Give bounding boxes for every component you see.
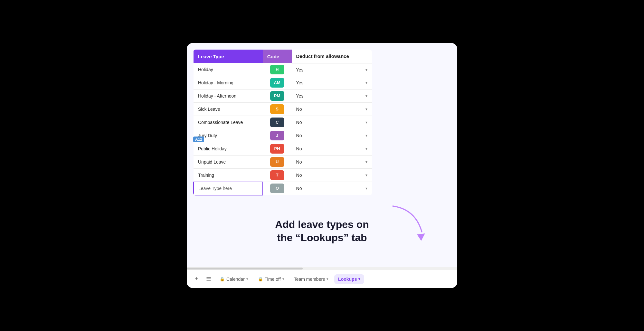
deduct-cell: Yes▾ [292, 90, 372, 103]
deduct-dropdown-arrow[interactable]: ▾ [365, 120, 367, 125]
scrollbar-thumb[interactable] [187, 268, 303, 270]
deduct-cell: No▾ [292, 142, 372, 156]
deduct-value: No [296, 159, 302, 165]
code-badge: PM [270, 91, 284, 101]
table-area: A12 Leave Type Code Deduct from allowanc… [187, 43, 457, 195]
deduct-dropdown-arrow[interactable]: ▾ [365, 107, 367, 111]
deduct-dropdown-arrow[interactable]: ▾ [365, 68, 367, 72]
annotation-line1: Add leave types on [275, 219, 369, 230]
leave-type-cell: Sick Leave [194, 103, 263, 116]
table-row: Compassionate LeaveCNo▾ [194, 116, 372, 129]
col-header-leave-type: Leave Type [194, 50, 263, 63]
leave-type-cell: Holiday - Morning [194, 76, 263, 90]
deduct-cell: Yes▾ [292, 76, 372, 90]
deduct-value: Yes [296, 80, 304, 85]
table-row: Unpaid LeaveUNo▾ [194, 156, 372, 169]
code-cell: PM [263, 90, 292, 103]
code-badge: S [270, 104, 284, 114]
code-cell: H [263, 63, 292, 76]
team-members-chevron: ▾ [327, 277, 328, 281]
deduct-dropdown-arrow[interactable]: ▾ [365, 94, 367, 98]
table-row: Jury DutyJNo▾ [194, 129, 372, 142]
code-badge: O [270, 184, 284, 193]
calendar-chevron: ▾ [246, 277, 248, 281]
table-row: Holiday - AfternoonPMYes▾ [194, 90, 372, 103]
new-leave-type-input[interactable] [198, 186, 258, 191]
code-cell: U [263, 156, 292, 169]
deduct-value: Yes [296, 93, 304, 99]
app-window: A12 Leave Type Code Deduct from allowanc… [187, 43, 457, 288]
calendar-lock-icon: 🔒 [220, 277, 225, 281]
deduct-cell: No▾ [292, 116, 372, 129]
code-badge: H [270, 65, 284, 74]
deduct-dropdown-arrow[interactable]: ▾ [365, 133, 367, 138]
code-badge: AM [270, 78, 284, 88]
leave-type-cell: Compassionate Leave [194, 116, 263, 129]
deduct-cell: No▾ [292, 129, 372, 142]
calendar-label: Calendar [226, 277, 245, 282]
time-off-label: Time off [265, 277, 281, 282]
deduct-value: No [296, 120, 302, 125]
leave-type-cell: Holiday [194, 63, 263, 76]
deduct-dropdown-arrow[interactable]: ▾ [365, 173, 367, 177]
table-row: Public HolidayPHNo▾ [194, 142, 372, 156]
tooltip-badge: A12 [193, 137, 204, 142]
deduct-dropdown-arrow[interactable]: ▾ [365, 160, 367, 164]
annotation-area: Add leave types on the “Lookups” tab [187, 195, 457, 268]
code-badge: PH [270, 144, 284, 154]
deduct-dropdown-arrow[interactable]: ▾ [365, 186, 367, 191]
add-tab-button[interactable]: + [191, 274, 202, 284]
leave-table: Leave Type Code Deduct from allowance Ho… [193, 50, 372, 195]
deduct-cell: No▾ [292, 182, 372, 195]
code-cell: T [263, 169, 292, 182]
table-row: Holiday - MorningAMYes▾ [194, 76, 372, 90]
code-cell: S [263, 103, 292, 116]
code-badge: C [270, 118, 284, 127]
deduct-cell: No▾ [292, 103, 372, 116]
deduct-cell: Yes▾ [292, 63, 372, 76]
leave-type-cell: Unpaid Leave [194, 156, 263, 169]
col-header-deduct: Deduct from allowance [292, 50, 372, 63]
deduct-cell: No▾ [292, 169, 372, 182]
deduct-value: No [296, 133, 302, 138]
main-content: A12 Leave Type Code Deduct from allowanc… [187, 43, 457, 288]
deduct-value: No [296, 107, 302, 112]
table-row: HolidayHYes▾ [194, 63, 372, 76]
code-badge: T [270, 170, 284, 180]
deduct-dropdown-arrow[interactable]: ▾ [365, 80, 367, 85]
leave-type-cell: Holiday - Afternoon [194, 90, 263, 103]
tab-lookups[interactable]: Lookups ▾ [334, 274, 364, 284]
code-cell: J [263, 129, 292, 142]
leave-type-cell: Public Holiday [194, 142, 263, 156]
deduct-value: No [296, 146, 302, 151]
scrollbar-area [187, 267, 457, 270]
time-off-lock-icon: 🔒 [258, 277, 263, 281]
menu-button[interactable]: ☰ [204, 274, 214, 284]
table-row: ONo▾ [194, 182, 372, 195]
leave-type-cell [194, 182, 263, 195]
code-cell: AM [263, 76, 292, 90]
table-row: Sick LeaveSNo▾ [194, 103, 372, 116]
annotation-text: Add leave types on the “Lookups” tab [275, 218, 369, 245]
team-members-label: Team members [294, 277, 325, 282]
svg-marker-0 [417, 233, 425, 241]
menu-icon: ☰ [206, 276, 211, 283]
time-off-chevron: ▾ [282, 277, 284, 281]
deduct-cell: No▾ [292, 156, 372, 169]
code-cell: O [263, 182, 292, 195]
tab-time-off[interactable]: 🔒 Time off ▾ [254, 274, 288, 284]
lookups-chevron: ▾ [358, 277, 360, 281]
deduct-value: Yes [296, 67, 304, 72]
plus-icon: + [195, 276, 198, 282]
arrow-icon [390, 203, 431, 241]
lookups-label: Lookups [338, 277, 357, 282]
deduct-value: No [296, 186, 302, 191]
code-badge: J [270, 131, 284, 140]
tab-team-members[interactable]: Team members ▾ [290, 274, 332, 284]
deduct-value: No [296, 173, 302, 178]
code-cell: PH [263, 142, 292, 156]
deduct-dropdown-arrow[interactable]: ▾ [365, 147, 367, 151]
tab-calendar[interactable]: 🔒 Calendar ▾ [216, 274, 252, 284]
col-header-code: Code [263, 50, 292, 63]
annotation-line2: the “Lookups” tab [277, 232, 367, 243]
